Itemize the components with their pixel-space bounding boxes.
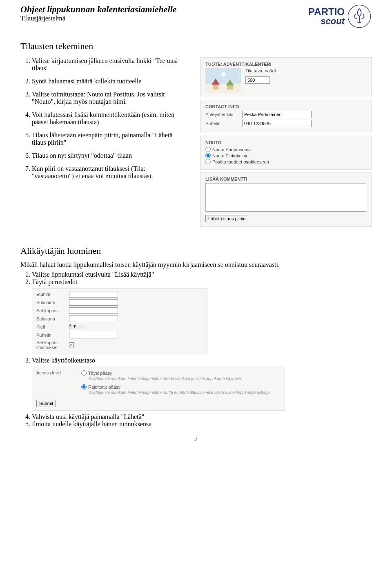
list-item: Tilaus lähetetään eteenpäin piirin, pain… [32, 132, 188, 146]
list-item: Valitse toimitustapa: Nouto tai Postitus… [32, 91, 188, 105]
logo-brand: PARTIO [308, 6, 345, 17]
access-limited-radio[interactable] [81, 384, 87, 389]
pickup-heading: NOUTO [205, 140, 366, 145]
contact-person-label: Yhteyshenkilö [205, 112, 242, 117]
email-input[interactable] [69, 307, 118, 314]
list-item: Tilaus on nyt siirtynyt "odottaa" tilaan [32, 152, 188, 159]
comment-panel: LISÄÄ KOMMENTTI Lähetä tilaus piiriin [200, 172, 372, 227]
contact-person-input[interactable] [242, 111, 312, 118]
field-label: Salasana [36, 316, 69, 321]
contact-phone-input[interactable] [242, 120, 312, 127]
list-item: Vahvista uusi käyttäjä painamalla "Lähet… [32, 413, 372, 421]
access-desc: Käyttäjä voi muokata kalenterikirjanpito… [89, 376, 281, 381]
contact-panel: CONTACT INFO Yhteyshenkilö Puhelin [200, 100, 372, 133]
section-subuser-title: Alikäyttäjän luominen [20, 246, 372, 256]
list-item: Syötä haluamasi määrä kullekin tuotteell… [32, 78, 188, 85]
logo-sub: scout [308, 17, 345, 26]
list-item: Valitse käyttöoikeustaso [32, 357, 372, 364]
access-opt-label: Rajoitettu pääsy [88, 385, 120, 389]
field-label: Puhelin [36, 333, 69, 338]
lastname-input[interactable] [69, 299, 118, 306]
list-item: Valitse kirjautumisen jälkeen etusivulta… [32, 57, 188, 72]
lang-select[interactable]: fi ▼ [69, 324, 85, 330]
svg-rect-4 [213, 85, 218, 90]
pickup-opt-label: Postita tuotteet osoitteeseen [212, 159, 269, 164]
svg-rect-2 [205, 84, 241, 93]
list-item: Valitse lippukuntasi etusivulta "Lisää k… [32, 271, 372, 278]
pickup-opt-label: Nouto Partioasema [212, 147, 251, 152]
pickup-panel: NOUTO Nouto Partioasema Nouto Piiritoimi… [200, 136, 372, 170]
contact-phone-label: Puhelin [205, 121, 242, 126]
pickup-radio-post[interactable] [205, 159, 211, 164]
firstname-input[interactable] [69, 291, 118, 298]
access-opt-label: Täysi pääsy [88, 371, 112, 376]
access-full-radio[interactable] [81, 370, 87, 376]
doc-title: Ohjeet lippukunnan kalenteriasiamiehelle [20, 4, 308, 15]
brand-logo: PARTIO scout [308, 4, 372, 29]
send-order-button[interactable]: Lähetä tilaus piiriin [205, 215, 248, 222]
list-item: Voit halutessasi lisätä kommenttikenttää… [32, 111, 188, 126]
pickup-opt-label: Nouto Piiritoimisto [212, 153, 249, 158]
comment-heading: LISÄÄ KOMMENTTI [205, 177, 366, 181]
fleur-icon [347, 4, 372, 29]
access-panel: Access level Täysi pääsy Käyttäjä voi mu… [32, 367, 285, 411]
userform-panel: Etunimi Sukunimi Sähköposti Salasana Kie… [32, 288, 207, 354]
access-level-label: Access level [36, 370, 69, 398]
order-steps-list: Valitse kirjautumisen jälkeen etusivulta… [20, 57, 188, 180]
phone-input[interactable] [69, 332, 118, 338]
advent-calendar-thumbnail-icon [205, 68, 241, 93]
pickup-radio-piiri[interactable] [205, 153, 211, 158]
submit-button[interactable]: Submit [36, 400, 56, 407]
password-input[interactable] [69, 316, 118, 322]
qty-label: Tilattava määrä [245, 68, 366, 73]
access-desc: Käyttäjä voi muokata kalenterikirjanpito… [89, 390, 281, 395]
subuser-intro: Mikäli haluat luoda lippukunnallesi tois… [20, 261, 372, 269]
field-label: Sukunimi [36, 300, 69, 305]
field-label: Kieli [36, 325, 69, 329]
pickup-radio-asema[interactable] [205, 147, 211, 152]
field-label: Sähköposti [36, 308, 69, 313]
field-label: Sähköposti ilmoitukset [36, 340, 69, 350]
product-heading: TUOTE: ADVENTTIKALENTERI [205, 62, 366, 67]
list-item: Ilmoita uudelle käyttäjälle hänen tunnuk… [32, 421, 372, 428]
field-label: Etunimi [36, 292, 69, 297]
contact-heading: CONTACT INFO [205, 104, 366, 109]
svg-rect-6 [227, 85, 233, 90]
qty-input[interactable] [245, 76, 270, 84]
svg-point-7 [221, 72, 225, 76]
email-notify-checkbox[interactable]: ✓ [69, 342, 74, 347]
list-item: Kun piiri on vastaanottanut tilauksesi (… [32, 165, 188, 180]
comment-textarea[interactable] [205, 183, 366, 212]
product-panel: TUOTE: ADVENTTIKALENTERI Tilattava määrä [200, 57, 372, 97]
page-number: 7 [20, 436, 372, 443]
list-item: Täytä perustiedot [32, 278, 372, 286]
doc-subtitle: Tilausjärjestelmä [20, 15, 308, 22]
section-orders-title: Tilausten tekeminen [20, 41, 372, 51]
